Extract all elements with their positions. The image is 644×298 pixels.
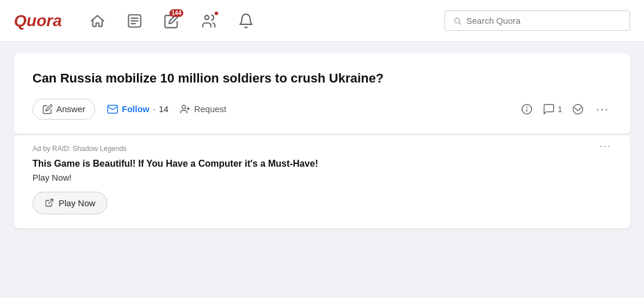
downvote-icon — [571, 103, 584, 116]
home-nav-button[interactable] — [85, 8, 110, 34]
follow-label: Follow — [122, 104, 150, 114]
ad-title: This Game is Beautiful! If You Have a Co… — [32, 159, 612, 169]
follow-icon — [107, 103, 118, 115]
answers-nav-button[interactable] — [122, 8, 147, 34]
notification-nav-button[interactable] — [233, 8, 259, 34]
follow-button[interactable]: Follow · 14 — [102, 101, 173, 117]
search-input[interactable] — [466, 16, 621, 26]
ad-more-button[interactable]: ··· — [599, 140, 612, 152]
spaces-nav-button[interactable] — [196, 8, 222, 34]
question-title: Can Russia mobilize 10 million soldiers … — [32, 70, 612, 87]
svg-point-13 — [573, 104, 583, 114]
info-button[interactable] — [520, 103, 533, 116]
nav-icons: 144 — [85, 8, 430, 34]
follow-count: 14 — [159, 104, 169, 114]
svg-line-6 — [459, 22, 461, 24]
edit-badge: 144 — [169, 9, 184, 17]
quora-logo[interactable]: Quora — [14, 12, 61, 30]
ad-section: Ad by RAID: Shadow Legends ··· This Game… — [14, 135, 630, 228]
request-button[interactable]: Request — [180, 104, 226, 114]
question-card: Can Russia mobilize 10 million soldiers … — [14, 53, 630, 134]
comment-button[interactable]: 1 — [542, 103, 562, 116]
info-icon — [520, 103, 533, 116]
edit-nav-button[interactable]: 144 — [159, 8, 184, 34]
request-icon — [180, 104, 190, 114]
right-actions: 1 ··· — [520, 100, 612, 118]
spaces-badge-dot — [214, 10, 219, 16]
play-now-label: Play Now — [59, 198, 95, 208]
svg-point-4 — [205, 15, 209, 19]
ad-header: Ad by RAID: Shadow Legends ··· — [32, 145, 612, 159]
request-label: Request — [194, 104, 226, 114]
notification-icon — [238, 13, 254, 29]
pencil-icon — [42, 104, 53, 114]
answer-label: Answer — [56, 104, 85, 114]
svg-line-14 — [49, 199, 53, 203]
answers-icon — [126, 13, 143, 29]
comment-count: 1 — [558, 104, 562, 114]
downvote-button[interactable] — [571, 103, 584, 116]
ad-label: Ad by RAID: Shadow Legends — [32, 145, 126, 153]
question-actions: Answer Follow · 14 R — [32, 99, 612, 120]
ad-subtitle: Play Now! — [32, 173, 612, 182]
home-icon — [89, 13, 106, 29]
answer-button[interactable]: Answer — [32, 99, 95, 120]
search-bar[interactable] — [444, 10, 630, 31]
more-button[interactable]: ··· — [594, 100, 612, 118]
main-content: Can Russia mobilize 10 million soldiers … — [0, 42, 644, 240]
external-link-icon — [45, 198, 54, 207]
svg-point-7 — [182, 105, 186, 109]
play-now-button[interactable]: Play Now — [32, 192, 107, 214]
comment-icon — [542, 103, 555, 116]
search-icon — [453, 16, 462, 26]
follow-dot: · — [153, 104, 155, 114]
header: Quora 144 — [0, 0, 644, 42]
